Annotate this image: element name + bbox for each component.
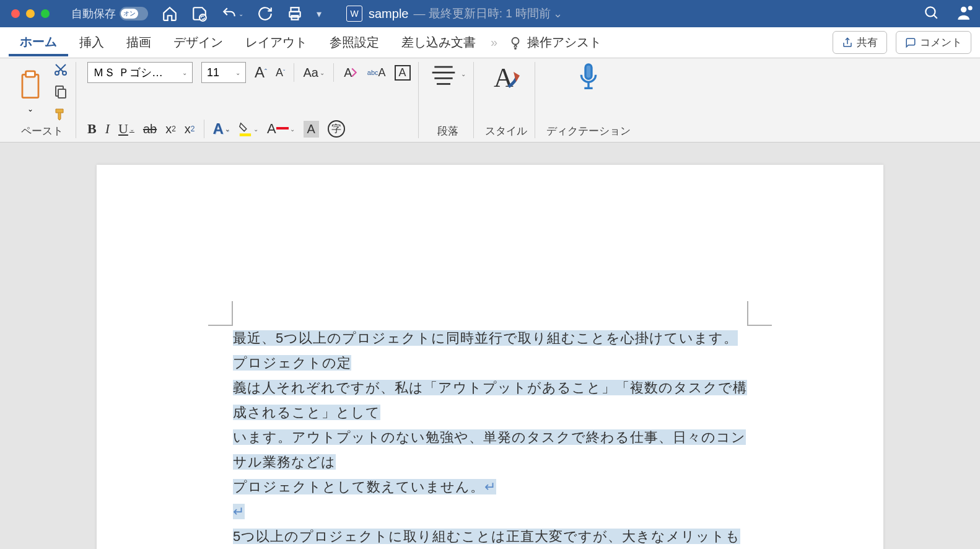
doc-text-line[interactable]: プロジェクトとして数えていません。 xyxy=(233,479,484,494)
tell-me-search[interactable]: 操作アシスト xyxy=(509,34,602,51)
tab-home[interactable]: ホーム xyxy=(9,29,68,56)
group-dictation: ディクテーション xyxy=(539,62,638,138)
font-size-select[interactable]: 11 ⌄ xyxy=(201,62,246,83)
home-icon[interactable] xyxy=(162,6,178,22)
word-doc-icon: W xyxy=(346,6,362,22)
document-name[interactable]: sample xyxy=(369,7,408,21)
tell-me-label: 操作アシスト xyxy=(527,34,602,51)
strikethrough-icon[interactable]: ab xyxy=(143,122,157,136)
subscript-icon[interactable]: x2 xyxy=(165,122,176,136)
tab-insert[interactable]: 挿入 xyxy=(68,29,115,56)
document-page[interactable]: 最近、5つ以上のプロジェクトに同時並行で取り組むことを心掛けています。プロジェク… xyxy=(97,165,883,549)
font-name-select[interactable]: ＭＳ Ｐゴシ… ⌄ xyxy=(87,62,193,83)
share-button[interactable]: 共有 xyxy=(833,31,887,54)
character-border-icon[interactable]: A xyxy=(395,65,411,81)
autosave-label: 自動保存 xyxy=(71,6,116,21)
document-body[interactable]: 最近、5つ以上のプロジェクトに同時並行で取り組むことを心掛けています。プロジェク… xyxy=(233,326,747,549)
autosave-toggle[interactable]: オン xyxy=(120,7,148,20)
svg-point-8 xyxy=(515,48,516,49)
svg-rect-9 xyxy=(22,74,38,97)
doc-text-line[interactable]: 最近、5つ以上のプロジェクトに同時並行で取り組むことを心掛けています。プロジェク… xyxy=(233,330,738,371)
svg-text:A: A xyxy=(494,63,514,92)
comments-label: コメント xyxy=(920,35,962,50)
document-area[interactable]: 最近、5つ以上のプロジェクトに同時並行で取り組むことを心掛けています。プロジェク… xyxy=(0,143,980,549)
comments-button[interactable]: コメント xyxy=(896,31,971,54)
account-icon[interactable] xyxy=(956,4,974,24)
shrink-font-icon[interactable]: Aˇ xyxy=(276,66,285,79)
svg-point-5 xyxy=(961,6,966,12)
svg-point-4 xyxy=(925,7,935,16)
svg-point-7 xyxy=(512,37,519,44)
close-window-button[interactable] xyxy=(11,9,20,18)
group-styles: A スタイル xyxy=(478,62,535,138)
customize-qat-icon[interactable]: ▾ xyxy=(317,8,322,20)
dictation-label: ディクテーション xyxy=(546,124,631,138)
tab-draw[interactable]: 描画 xyxy=(115,29,162,56)
font-color-icon[interactable]: A⌄ xyxy=(267,121,295,137)
bold-icon[interactable]: B xyxy=(87,121,97,137)
pilcrow-icon: ↵ xyxy=(233,504,245,519)
tab-mailings[interactable]: 差し込み文書 xyxy=(390,29,487,56)
repeat-icon[interactable] xyxy=(257,6,273,22)
paragraph-label: 段落 xyxy=(437,124,458,138)
print-icon[interactable] xyxy=(287,6,303,22)
doc-text-line[interactable]: 5つ以上のプロジェクトに取り組むことは正直大変ですが、大きなメリットもあります。… xyxy=(233,529,740,549)
svg-rect-15 xyxy=(240,133,251,136)
ribbon: ⌄ ペースト ＭＳ Ｐゴシ… ⌄ 11 xyxy=(0,58,980,143)
search-icon[interactable] xyxy=(923,4,939,24)
group-clipboard: ⌄ ペースト xyxy=(9,62,76,138)
tab-references[interactable]: 参照設定 xyxy=(318,29,390,56)
titlebar: 自動保存 オン ⌄ ▾ W sample — 最終更新日時: 1 時間前 ⌄ xyxy=(0,0,980,27)
italic-icon[interactable]: I xyxy=(105,121,110,137)
svg-rect-10 xyxy=(26,71,35,77)
tab-design[interactable]: デザイン xyxy=(162,29,234,56)
format-painter-icon[interactable] xyxy=(53,107,68,121)
group-paragraph: ⌄ 段落 xyxy=(422,62,474,138)
svg-rect-21 xyxy=(585,64,592,79)
highlight-icon[interactable]: ⌄ xyxy=(238,121,258,137)
save-sync-icon[interactable] xyxy=(191,6,208,22)
window-controls xyxy=(11,9,50,18)
change-case-icon[interactable]: Aa ⌄ xyxy=(303,66,324,80)
enclose-characters-icon[interactable]: 字 xyxy=(328,120,345,138)
pilcrow-icon: ↵ xyxy=(484,479,496,494)
styles-label: スタイル xyxy=(485,124,527,138)
font-size-value: 11 xyxy=(207,66,219,79)
group-font: ＭＳ Ｐゴシ… ⌄ 11 ⌄ Aˆ Aˇ Aa ⌄ A abcA A B I U… xyxy=(80,62,419,138)
svg-point-6 xyxy=(968,6,973,10)
phonetic-guide-icon[interactable]: abcA xyxy=(367,69,386,76)
cut-icon[interactable] xyxy=(53,62,68,77)
paste-button[interactable]: ⌄ xyxy=(16,70,45,113)
text-effects-icon[interactable]: A ⌄ xyxy=(213,120,230,138)
superscript-icon[interactable]: x2 xyxy=(185,122,195,136)
margin-corner-tr xyxy=(747,301,772,326)
dictation-button[interactable] xyxy=(576,62,601,92)
doc-text-line[interactable]: 義は人それぞれですが、私は「アウトプットがあること」「複数のタスクで構成されるこ… xyxy=(233,380,747,420)
grow-font-icon[interactable]: Aˆ xyxy=(255,64,267,81)
underline-icon[interactable]: U ⌄ xyxy=(118,121,134,137)
chevron-down-icon[interactable]: ⌄ xyxy=(553,7,562,20)
svg-text:A: A xyxy=(344,66,352,79)
tab-layout[interactable]: レイアウト xyxy=(234,29,318,56)
minimize-window-button[interactable] xyxy=(26,9,35,18)
doc-text-line[interactable]: います。アウトプットのない勉強や、単発のタスクで終わる仕事、日々のコンサル業務な… xyxy=(233,429,746,470)
fullscreen-window-button[interactable] xyxy=(41,9,50,18)
copy-icon[interactable] xyxy=(53,84,68,99)
ribbon-tabs: ホーム 挿入 描画 デザイン レイアウト 参照設定 差し込み文書 » 操作アシス… xyxy=(0,27,980,58)
last-modified-label[interactable]: — 最終更新日時: 1 時間前 xyxy=(413,6,551,22)
font-name-value: ＭＳ Ｐゴシ… xyxy=(93,65,163,80)
clear-formatting-icon[interactable]: A xyxy=(343,64,359,81)
character-shading-icon[interactable]: A xyxy=(304,121,319,138)
styles-button[interactable]: A xyxy=(491,62,521,92)
margin-corner-tl xyxy=(208,301,233,326)
tab-overflow-icon[interactable]: » xyxy=(487,35,501,50)
share-label: 共有 xyxy=(857,35,878,50)
undo-icon[interactable]: ⌄ xyxy=(221,6,243,22)
paste-label: ペースト xyxy=(21,124,63,138)
svg-point-0 xyxy=(199,14,206,21)
paragraph-button[interactable]: ⌄ xyxy=(430,62,466,86)
autosave-state: オン xyxy=(121,9,138,19)
svg-rect-13 xyxy=(58,89,66,98)
